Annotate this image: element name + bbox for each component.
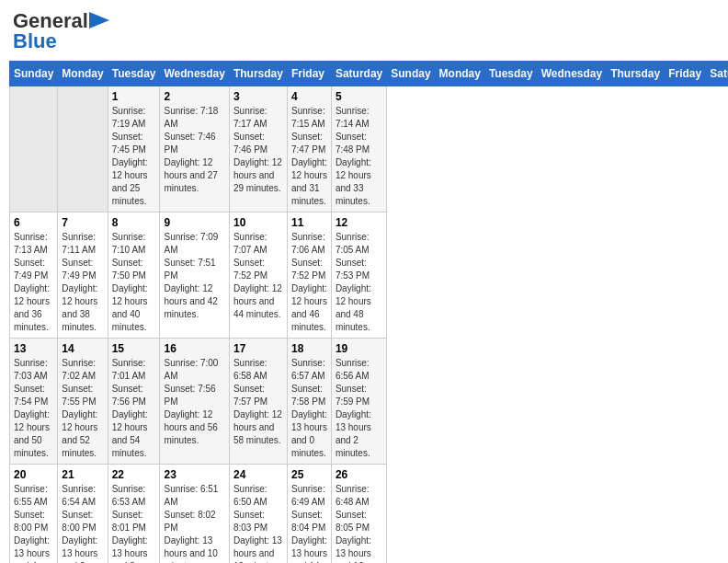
cell-content: Sunrise: 7:13 AMSunset: 7:49 PMDaylight:… (14, 231, 53, 334)
cell-content: Sunrise: 7:14 AMSunset: 7:48 PMDaylight:… (336, 105, 382, 208)
day-number: 20 (14, 468, 53, 481)
logo-blue-text: Blue (13, 29, 57, 53)
header-sunday: Sunday (10, 62, 58, 86)
cell-content: Sunrise: 6:54 AMSunset: 8:00 PMDaylight:… (62, 483, 103, 563)
week-row-4: 20Sunrise: 6:55 AMSunset: 8:00 PMDayligh… (10, 465, 729, 564)
calendar-cell: 2Sunrise: 7:18 AMSunset: 7:46 PMDaylight… (160, 86, 229, 213)
day-number: 19 (336, 342, 382, 355)
calendar-cell: 5Sunrise: 7:14 AMSunset: 7:48 PMDaylight… (331, 86, 386, 213)
col-header-wednesday: Wednesday (537, 62, 606, 86)
calendar-cell: 22Sunrise: 6:53 AMSunset: 8:01 PMDayligh… (108, 465, 160, 564)
day-number: 24 (233, 468, 283, 481)
header-monday: Monday (58, 62, 108, 86)
calendar-cell: 25Sunrise: 6:49 AMSunset: 8:04 PMDayligh… (287, 465, 331, 564)
day-number: 13 (14, 342, 53, 355)
calendar-cell: 9Sunrise: 7:09 AMSunset: 7:51 PMDaylight… (160, 213, 229, 339)
calendar-cell: 15Sunrise: 7:01 AMSunset: 7:56 PMDayligh… (108, 339, 160, 465)
calendar-cell: 11Sunrise: 7:06 AMSunset: 7:52 PMDayligh… (287, 213, 331, 339)
cell-content: Sunrise: 7:06 AMSunset: 7:52 PMDaylight:… (291, 231, 327, 334)
day-number: 21 (62, 468, 103, 481)
cell-content: Sunrise: 6:50 AMSunset: 8:03 PMDaylight:… (233, 483, 283, 563)
day-number: 16 (164, 342, 224, 355)
cell-content: Sunrise: 7:11 AMSunset: 7:49 PMDaylight:… (62, 231, 103, 334)
cell-content: Sunrise: 7:01 AMSunset: 7:56 PMDaylight:… (112, 357, 156, 460)
day-number: 10 (233, 216, 283, 229)
calendar-cell (10, 86, 58, 213)
calendar-cell: 18Sunrise: 6:57 AMSunset: 7:58 PMDayligh… (287, 339, 331, 465)
col-header-thursday: Thursday (607, 62, 665, 86)
week-row-2: 6Sunrise: 7:13 AMSunset: 7:49 PMDaylight… (10, 213, 729, 339)
cell-content: Sunrise: 7:05 AMSunset: 7:53 PMDaylight:… (336, 231, 382, 334)
cell-content: Sunrise: 7:02 AMSunset: 7:55 PMDaylight:… (62, 357, 103, 460)
page-header: General Blue (9, 9, 719, 53)
calendar-cell: 13Sunrise: 7:03 AMSunset: 7:54 PMDayligh… (10, 339, 58, 465)
logo-arrow-icon (89, 12, 109, 29)
day-number: 25 (291, 468, 327, 481)
svg-marker-0 (89, 12, 109, 29)
day-number: 12 (336, 216, 382, 229)
day-number: 17 (233, 342, 283, 355)
calendar-cell: 8Sunrise: 7:10 AMSunset: 7:50 PMDaylight… (108, 213, 160, 339)
cell-content: Sunrise: 6:48 AMSunset: 8:05 PMDaylight:… (336, 483, 382, 563)
calendar-cell: 17Sunrise: 6:58 AMSunset: 7:57 PMDayligh… (229, 339, 287, 465)
header-friday: Friday (287, 62, 331, 86)
cell-content: Sunrise: 7:03 AMSunset: 7:54 PMDaylight:… (14, 357, 53, 460)
calendar-cell: 24Sunrise: 6:50 AMSunset: 8:03 PMDayligh… (229, 465, 287, 564)
calendar-cell: 3Sunrise: 7:17 AMSunset: 7:46 PMDaylight… (229, 86, 287, 213)
calendar-cell: 7Sunrise: 7:11 AMSunset: 7:49 PMDaylight… (58, 213, 108, 339)
cell-content: Sunrise: 6:51 AMSunset: 8:02 PMDaylight:… (164, 483, 224, 563)
day-number: 1 (112, 90, 156, 103)
cell-content: Sunrise: 7:00 AMSunset: 7:56 PMDaylight:… (164, 357, 224, 447)
logo: General Blue (13, 9, 109, 53)
day-number: 5 (336, 90, 382, 103)
cell-content: Sunrise: 6:57 AMSunset: 7:58 PMDaylight:… (291, 357, 327, 460)
calendar-cell: 14Sunrise: 7:02 AMSunset: 7:55 PMDayligh… (58, 339, 108, 465)
day-number: 22 (112, 468, 156, 481)
calendar-cell (58, 86, 108, 213)
day-number: 15 (112, 342, 156, 355)
calendar-cell: 6Sunrise: 7:13 AMSunset: 7:49 PMDaylight… (10, 213, 58, 339)
cell-content: Sunrise: 7:19 AMSunset: 7:45 PMDaylight:… (112, 105, 156, 208)
day-number: 2 (164, 90, 224, 103)
col-header-monday: Monday (435, 62, 484, 86)
day-number: 4 (291, 90, 327, 103)
cell-content: Sunrise: 7:07 AMSunset: 7:52 PMDaylight:… (233, 231, 283, 321)
calendar-cell: 21Sunrise: 6:54 AMSunset: 8:00 PMDayligh… (58, 465, 108, 564)
calendar-table: SundayMondayTuesdayWednesdayThursdayFrid… (9, 61, 728, 563)
calendar-cell: 20Sunrise: 6:55 AMSunset: 8:00 PMDayligh… (10, 465, 58, 564)
cell-content: Sunrise: 7:17 AMSunset: 7:46 PMDaylight:… (233, 105, 283, 195)
col-header-friday: Friday (665, 62, 706, 86)
day-number: 23 (164, 468, 224, 481)
day-number: 11 (291, 216, 327, 229)
cell-content: Sunrise: 6:55 AMSunset: 8:00 PMDaylight:… (14, 483, 53, 563)
day-number: 14 (62, 342, 103, 355)
day-number: 3 (233, 90, 283, 103)
day-number: 8 (112, 216, 156, 229)
calendar-cell: 12Sunrise: 7:05 AMSunset: 7:53 PMDayligh… (331, 213, 386, 339)
calendar-cell: 16Sunrise: 7:00 AMSunset: 7:56 PMDayligh… (160, 339, 229, 465)
week-row-1: 1Sunrise: 7:19 AMSunset: 7:45 PMDaylight… (10, 86, 729, 213)
cell-content: Sunrise: 6:58 AMSunset: 7:57 PMDaylight:… (233, 357, 283, 447)
header-wednesday: Wednesday (160, 62, 229, 86)
cell-content: Sunrise: 6:56 AMSunset: 7:59 PMDaylight:… (336, 357, 382, 460)
calendar-cell: 10Sunrise: 7:07 AMSunset: 7:52 PMDayligh… (229, 213, 287, 339)
week-row-3: 13Sunrise: 7:03 AMSunset: 7:54 PMDayligh… (10, 339, 729, 465)
calendar-cell: 26Sunrise: 6:48 AMSunset: 8:05 PMDayligh… (331, 465, 386, 564)
header-saturday: Saturday (331, 62, 386, 86)
col-header-tuesday: Tuesday (484, 62, 537, 86)
col-header-sunday: Sunday (387, 62, 435, 86)
cell-content: Sunrise: 6:49 AMSunset: 8:04 PMDaylight:… (291, 483, 327, 563)
day-number: 9 (164, 216, 224, 229)
cell-content: Sunrise: 7:18 AMSunset: 7:46 PMDaylight:… (164, 105, 224, 195)
calendar-cell: 19Sunrise: 6:56 AMSunset: 7:59 PMDayligh… (331, 339, 386, 465)
cell-content: Sunrise: 7:10 AMSunset: 7:50 PMDaylight:… (112, 231, 156, 334)
cell-content: Sunrise: 6:53 AMSunset: 8:01 PMDaylight:… (112, 483, 156, 563)
cell-content: Sunrise: 7:15 AMSunset: 7:47 PMDaylight:… (291, 105, 327, 208)
header-thursday: Thursday (229, 62, 287, 86)
day-number: 7 (62, 216, 103, 229)
day-number: 18 (291, 342, 327, 355)
calendar-cell: 1Sunrise: 7:19 AMSunset: 7:45 PMDaylight… (108, 86, 160, 213)
col-header-saturday: Saturday (706, 62, 728, 86)
header-tuesday: Tuesday (108, 62, 160, 86)
calendar-header-row: SundayMondayTuesdayWednesdayThursdayFrid… (10, 62, 729, 86)
